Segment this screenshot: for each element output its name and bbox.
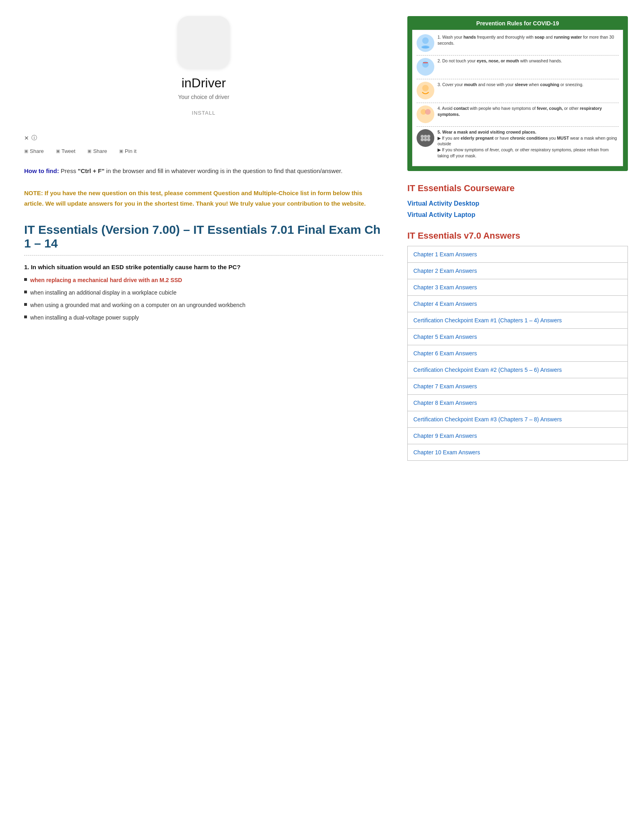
covid-divider-3 <box>417 103 619 103</box>
svg-point-14 <box>427 138 430 141</box>
answer-text-2: when installing an additional display in… <box>30 289 176 297</box>
svg-point-13 <box>424 138 427 141</box>
courseware-heading: IT Essentials Courseware <box>407 183 628 194</box>
share-facebook[interactable]: ▣ Share <box>24 148 44 154</box>
chapter-1-link[interactable]: Chapter 1 Exam Answers <box>408 246 627 263</box>
share-general[interactable]: ▣ Share <box>87 148 107 154</box>
chapter-3-link[interactable]: Chapter 3 Exam Answers <box>408 279 627 296</box>
svg-point-5 <box>422 85 429 91</box>
covid-rule-2: 2. Do not touch your eyes, nose, or mout… <box>417 58 619 76</box>
howto-text: Press "Ctrl + F" in the browser and fill… <box>61 167 343 174</box>
virtual-activity-laptop-link[interactable]: Virtual Activity Laptop <box>407 211 628 219</box>
pin-icon: ▣ <box>119 148 123 154</box>
covid-card: Prevention Rules for COVID-19 1. Wash yo… <box>407 16 628 171</box>
main-title: IT Essentials (Version 7.00) – IT Essent… <box>24 223 383 256</box>
virtual-activity-desktop-label: Virtual Activity Desktop <box>407 200 479 207</box>
answer-item-3: when using a grounded mat and working on… <box>24 301 383 309</box>
chapter-7-link[interactable]: Chapter 7 Exam Answers <box>408 378 627 395</box>
covid-icon-5 <box>417 129 434 147</box>
page-wrapper: inDriver Your choice of driver INSTALL ✕… <box>0 0 644 485</box>
chapter-4-link[interactable]: Chapter 4 Exam Answers <box>408 296 627 312</box>
virtual-activity-laptop-label: Virtual Activity Laptop <box>407 211 475 218</box>
covid-divider-1 <box>417 55 619 56</box>
covid-icon-3 <box>417 82 434 99</box>
covid-title-prefix: Prevention Rules for <box>476 20 533 27</box>
chapter-9-link[interactable]: Chapter 9 Exam Answers <box>408 428 627 444</box>
covid-rule-text-3: 3. Cover your mouth and nose with your s… <box>438 82 583 88</box>
svg-point-1 <box>421 45 429 49</box>
question-1-body: In which situation would an ESD strike p… <box>31 264 241 270</box>
share-general-label: Share <box>93 148 107 154</box>
bullet-2 <box>24 291 27 293</box>
question-1-text: 1. In which situation would an ESD strik… <box>24 264 383 270</box>
covid-title: Prevention Rules for COVID-19 <box>412 20 623 27</box>
courseware-section: IT Essentials Courseware Virtual Activit… <box>407 183 628 219</box>
covid-icon-1 <box>417 34 434 52</box>
app-card: inDriver Your choice of driver INSTALL <box>24 16 383 122</box>
cert-checkpoint-1-link[interactable]: Certification Checkpoint Exam #1 (Chapte… <box>408 312 627 329</box>
app-name: inDriver <box>182 76 226 91</box>
howto-box: How to find: Press "Ctrl + F" in the bro… <box>24 166 383 176</box>
chapter-8-link[interactable]: Chapter 8 Exam Answers <box>408 395 627 411</box>
share-twitter[interactable]: ▣ Tweet <box>56 148 76 154</box>
covid-icon-4 <box>417 105 434 123</box>
close-icon[interactable]: ✕ <box>24 135 29 141</box>
virtual-activity-desktop-link[interactable]: Virtual Activity Desktop <box>407 200 628 207</box>
covid-rule-1: 1. Wash your hands frequently and thorou… <box>417 34 619 52</box>
answer-item-2: when installing an additional display in… <box>24 289 383 297</box>
answers-section: IT Essentials v7.0 Answers Chapter 1 Exa… <box>407 231 628 461</box>
icon-row: ✕ ⓘ <box>24 134 383 142</box>
answer-list: when replacing a mechanical hard drive w… <box>24 276 383 322</box>
pin-it[interactable]: ▣ Pin it <box>119 148 136 154</box>
share-row: ▣ Share ▣ Tweet ▣ Share ▣ Pin it <box>24 148 383 154</box>
right-column: Prevention Rules for COVID-19 1. Wash yo… <box>399 8 644 477</box>
bullet-3 <box>24 303 27 306</box>
svg-point-12 <box>421 138 424 141</box>
covid-icon-2 <box>417 58 434 76</box>
svg-point-11 <box>427 135 430 138</box>
tweet-label: Tweet <box>62 148 76 154</box>
howto-label: How to find: <box>24 167 59 174</box>
svg-point-10 <box>424 135 427 138</box>
share-fb-label: Share <box>30 148 44 154</box>
svg-point-7 <box>425 109 431 115</box>
app-tagline: Your choice of driver <box>178 94 229 100</box>
answer-text-4: when installing a dual-voltage power sup… <box>30 313 139 322</box>
chapter-10-link[interactable]: Chapter 10 Exam Answers <box>408 444 627 460</box>
covid-rule-text-2: 2. Do not touch your eyes, nose, or mout… <box>438 58 562 64</box>
answer-text-correct: when replacing a mechanical hard drive w… <box>30 276 182 285</box>
install-button[interactable]: INSTALL <box>192 110 216 116</box>
chapter-2-link[interactable]: Chapter 2 Exam Answers <box>408 263 627 279</box>
bullet-correct <box>24 278 27 281</box>
answer-item-correct: when replacing a mechanical hard drive w… <box>24 276 383 285</box>
note-box: NOTE: If you have the new question on th… <box>24 188 383 208</box>
share-general-icon: ▣ <box>87 148 91 154</box>
bullet-4 <box>24 315 27 318</box>
covid-rule-text-4: 4. Avoid contact with people who have sy… <box>438 105 619 117</box>
covid-title-bold: COVID-19 <box>533 20 559 27</box>
covid-rule-4: 4. Avoid contact with people who have sy… <box>417 105 619 123</box>
chapter-5-link[interactable]: Chapter 5 Exam Answers <box>408 329 627 345</box>
question-1-number: 1. <box>24 264 29 270</box>
covid-divider-2 <box>417 79 619 79</box>
info-icon[interactable]: ⓘ <box>31 134 37 142</box>
covid-rule-text-5: 5. Wear a mask and avoid visiting crowed… <box>438 129 619 159</box>
share-fb-icon: ▣ <box>24 148 28 154</box>
tweet-icon: ▣ <box>56 148 60 154</box>
svg-point-2 <box>422 61 429 68</box>
covid-inner: 1. Wash your hands frequently and thorou… <box>412 30 623 166</box>
cert-checkpoint-3-link[interactable]: Certification Checkpoint Exam #3 (Chapte… <box>408 411 627 428</box>
note-text: NOTE: If you have the new question on th… <box>24 190 366 207</box>
covid-rule-5: 5. Wear a mask and avoid visiting crowed… <box>417 129 619 159</box>
left-column: inDriver Your choice of driver INSTALL ✕… <box>0 8 399 477</box>
covid-rule-text-1: 1. Wash your hands frequently and thorou… <box>438 34 619 46</box>
answer-item-4: when installing a dual-voltage power sup… <box>24 313 383 322</box>
app-icon <box>178 16 230 68</box>
pin-label: Pin it <box>125 148 136 154</box>
cert-checkpoint-2-link[interactable]: Certification Checkpoint Exam #2 (Chapte… <box>408 362 627 378</box>
chapter-6-link[interactable]: Chapter 6 Exam Answers <box>408 345 627 362</box>
covid-divider-4 <box>417 126 619 127</box>
answers-heading: IT Essentials v7.0 Answers <box>407 231 628 241</box>
chapter-list: Chapter 1 Exam Answers Chapter 2 Exam An… <box>407 246 628 461</box>
answer-text-3: when using a grounded mat and working on… <box>30 301 246 309</box>
